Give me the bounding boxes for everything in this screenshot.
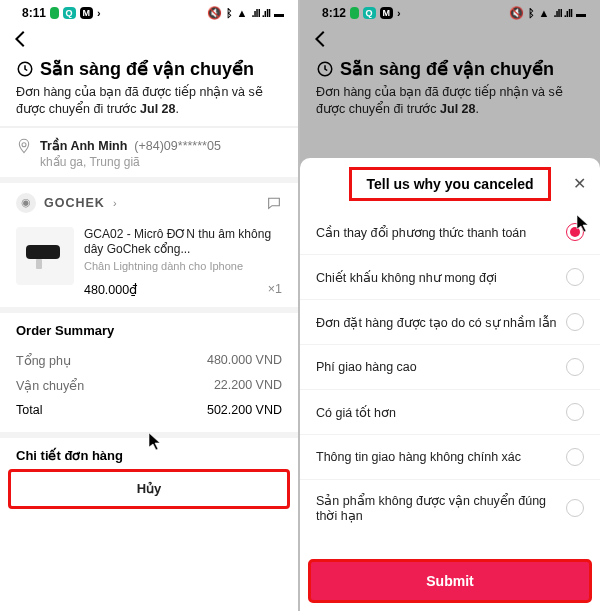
reason-option[interactable]: Đơn đặt hàng được tạo do có sự nhầm lẫn [300,299,600,344]
cancel-reason-sheet: Tell us why you canceled ✕ Cần thay đổi … [300,158,600,611]
radio-icon [566,448,584,466]
order-details-section: Chi tiết đơn hàng [0,438,298,469]
product-image [16,227,74,285]
signal-icon: .ıll .ıll [251,7,270,19]
battery-icon: ▬ [274,8,284,19]
product-row[interactable]: GCA02 - Micrô ĐƠN thu âm không dây GoChe… [0,223,298,307]
reason-option[interactable]: Có giá tốt hơn [300,389,600,434]
submit-button[interactable]: Submit [310,561,590,601]
status-app-icon-2: Q [63,7,76,19]
order-status-header: Sẵn sàng để vận chuyển Đơn hàng của bạn … [0,56,298,126]
shipping-address[interactable]: Trần Anh Minh (+84)09******05 khẩu ga, T… [0,128,298,177]
product-qty: ×1 [268,282,282,297]
summary-title: Order Summary [16,323,282,338]
mute-icon: 🔇 [509,6,524,20]
battery-icon: ▬ [576,8,586,19]
chat-icon[interactable] [266,195,282,211]
summary-label: Total [16,403,42,417]
recipient-name: Trần Anh Minh [40,139,127,153]
reason-option[interactable]: Phí giao hàng cao [300,344,600,389]
cancel-button[interactable]: Hủy [10,471,288,507]
summary-value: 502.200 VND [207,403,282,417]
clock-icon [16,60,34,78]
reason-option[interactable]: Sản phẩm không được vận chuyển đúng thời… [300,479,600,536]
radio-icon [566,499,584,517]
reason-label: Phí giao hàng cao [316,360,417,374]
summary-label: Vận chuyển [16,378,84,393]
order-summary: Order Summary Tổng phụ480.000 VND Vận ch… [0,313,298,432]
shop-row[interactable]: ◉ GOCHEK › [0,183,298,223]
bluetooth-icon: ᛒ [528,7,535,19]
status-bar: 8:11 Q M › 🔇 ᛒ ▲ .ıll .ıll ▬ [0,0,298,22]
status-app-icon-3: M [380,7,394,19]
svg-point-1 [22,142,26,146]
reason-label: Chiết khấu không như mong đợi [316,270,497,285]
reason-option[interactable]: Thông tin giao hàng không chính xác [300,434,600,479]
location-icon [16,138,32,154]
product-variant: Chân Lightning dành cho Iphone [84,260,282,272]
sheet-title: Tell us why you canceled [349,167,550,201]
nav-bar [0,22,298,56]
wifi-icon: ▲ [539,7,550,19]
reason-label: Cần thay đổi phương thức thanh toán [316,225,526,240]
status-time: 8:11 [22,6,46,20]
reason-label: Đơn đặt hàng được tạo do có sự nhầm lẫn [316,315,557,330]
reason-label: Có giá tốt hơn [316,405,396,420]
product-title: GCA02 - Micrô ĐƠN thu âm không dây GoChe… [84,227,282,258]
radio-icon [566,268,584,286]
status-time: 8:12 [322,6,346,20]
status-app-icon-1 [350,7,359,19]
reason-option[interactable]: Cần thay đổi phương thức thanh toán [300,210,600,254]
chevron-right-icon: › [113,197,117,209]
reason-label: Thông tin giao hàng không chính xác [316,450,521,464]
status-app-icon-3: M [80,7,94,19]
signal-icon: .ıll .ıll [553,7,572,19]
radio-icon [566,358,584,376]
reason-list: Cần thay đổi phương thức thanh toán Chiế… [300,210,600,553]
address-line: khẩu ga, Trung giã [40,155,282,169]
mute-icon: 🔇 [207,6,222,20]
status-subtitle: Đơn hàng của bạn đã được tiếp nhận và sẽ… [16,84,282,118]
product-price: 480.000₫ [84,282,137,297]
radio-icon [566,223,584,241]
summary-value: 480.000 VND [207,353,282,368]
status-more-icon: › [397,7,401,19]
reason-option[interactable]: Chiết khấu không như mong đợi [300,254,600,299]
status-app-icon-1 [50,7,59,19]
left-phone: 8:11 Q M › 🔇 ᛒ ▲ .ıll .ıll ▬ Sẵn sàng để… [0,0,299,611]
status-app-icon-2: Q [363,7,376,19]
summary-label: Tổng phụ [16,353,71,368]
right-phone: 8:12 Q M › 🔇 ᛒ ▲ .ıll .ıll ▬ [299,0,600,611]
status-title: Sẵn sàng để vận chuyển [40,58,254,80]
wifi-icon: ▲ [237,7,248,19]
bluetooth-icon: ᛒ [226,7,233,19]
status-more-icon: › [97,7,101,19]
reason-label: Sản phẩm không được vận chuyển đúng thời… [316,493,566,523]
shop-logo-icon: ◉ [16,193,36,213]
details-title: Chi tiết đơn hàng [16,448,282,463]
close-icon[interactable]: ✕ [568,172,590,194]
radio-icon [566,403,584,421]
shop-name: GOCHEK [44,196,105,210]
radio-icon [566,313,584,331]
back-icon[interactable] [10,28,32,50]
recipient-phone: (+84)09******05 [134,139,221,153]
status-bar: 8:12 Q M › 🔇 ᛒ ▲ .ıll .ıll ▬ [300,0,600,22]
summary-value: 22.200 VND [214,378,282,393]
